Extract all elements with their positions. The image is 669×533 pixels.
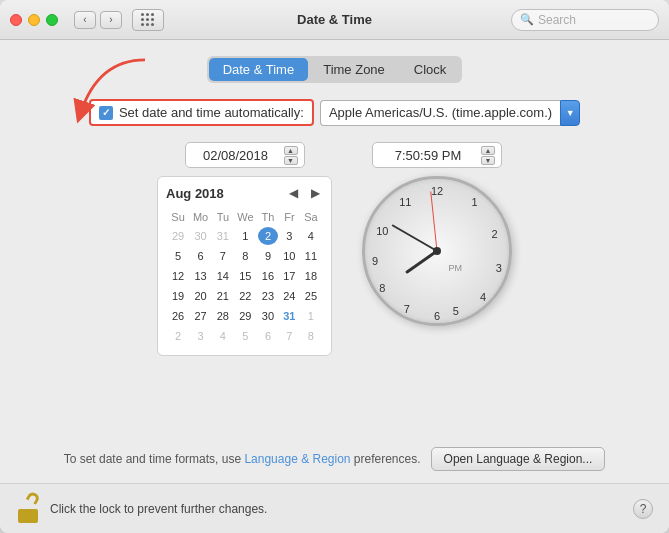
calendar-day[interactable]: 6 [190,247,211,265]
calendar-day[interactable]: 4 [301,227,321,245]
clock-number: 12 [431,185,443,197]
calendar-prev-button[interactable]: ◀ [285,185,301,201]
clock-number: 9 [372,255,378,267]
lock-body [18,509,38,523]
titlebar: ‹ › Date & Time 🔍 Search [0,0,669,40]
red-arrow-annotation [60,54,160,124]
tab-group: Date & Time Time Zone Clock [207,56,463,83]
calendar-day[interactable]: 25 [301,287,321,305]
time-value[interactable]: 7:50:59 PM [379,148,477,163]
calendar-grid: Su Mo Tu We Th Fr Sa 2930311234567891011… [166,207,323,347]
calendar-day[interactable]: 2 [168,327,188,345]
calendar-day[interactable]: 30 [190,227,211,245]
calendar-day[interactable]: 29 [168,227,188,245]
calendar-month-year: Aug 2018 [166,186,224,201]
calendar-day[interactable]: 21 [213,287,233,305]
cal-header-tu: Tu [213,209,233,225]
server-dropdown-wrapper: Apple Americas/U.S. (time.apple.com.) ▼ [320,100,580,126]
calendar-day[interactable]: 8 [301,327,321,345]
calendar-day[interactable]: 23 [258,287,278,305]
clock-number: 6 [434,310,440,322]
calendar-day[interactable]: 13 [190,267,211,285]
calendar-day[interactable]: 18 [301,267,321,285]
calendar-day[interactable]: 1 [235,227,256,245]
calendar-nav: ◀ ▶ [285,185,323,201]
clock-number: 10 [376,225,388,237]
calendar-day[interactable]: 6 [258,327,278,345]
calendar-day[interactable]: 11 [301,247,321,265]
main-area: 02/08/2018 ▲ ▼ Aug 2018 ◀ ▶ [20,142,649,431]
tab-clock[interactable]: Clock [400,58,461,81]
time-stepper-up[interactable]: ▲ [481,146,495,155]
time-stepper-down[interactable]: ▼ [481,156,495,165]
dropdown-arrow-icon: ▼ [566,108,575,118]
cal-header-su: Su [168,209,188,225]
calendar-day[interactable]: 7 [280,327,299,345]
date-stepper-up[interactable]: ▲ [284,146,298,155]
calendar-next-button[interactable]: ▶ [307,185,323,201]
clock-number: 7 [404,303,410,315]
calendar-day[interactable]: 7 [213,247,233,265]
calendar-day[interactable]: 5 [168,247,188,265]
minimize-button[interactable] [28,14,40,26]
date-value[interactable]: 02/08/2018 [192,148,280,163]
calendar-day[interactable]: 5 [235,327,256,345]
second-hand-hand [430,191,437,251]
right-panel: 7:50:59 PM ▲ ▼ 121234567891011PM [362,142,512,431]
calendar-day[interactable]: 4 [213,327,233,345]
calendar-day[interactable]: 19 [168,287,188,305]
calendar-day[interactable]: 28 [213,307,233,325]
calendar-day[interactable]: 26 [168,307,188,325]
calendar-day[interactable]: 14 [213,267,233,285]
calendar-day[interactable]: 16 [258,267,278,285]
tab-date-time[interactable]: Date & Time [209,58,309,81]
search-icon: 🔍 [520,13,534,26]
calendar-day[interactable]: 29 [235,307,256,325]
cal-header-mo: Mo [190,209,211,225]
calendar-day[interactable]: 1 [301,307,321,325]
back-button[interactable]: ‹ [74,11,96,29]
calendar-day[interactable]: 8 [235,247,256,265]
calendar-day[interactable]: 3 [280,227,299,245]
tab-time-zone[interactable]: Time Zone [309,58,399,81]
help-button[interactable]: ? [633,499,653,519]
calendar-day[interactable]: 9 [258,247,278,265]
calendar-day[interactable]: 22 [235,287,256,305]
calendar-day[interactable]: 3 [190,327,211,345]
clock-face: 121234567891011PM [362,176,512,326]
lock-icon[interactable] [16,495,40,523]
clock-number: 5 [453,305,459,317]
calendar-day[interactable]: 20 [190,287,211,305]
open-language-region-button[interactable]: Open Language & Region... [431,447,606,471]
server-field: Apple Americas/U.S. (time.apple.com.) [320,100,560,126]
calendar-day[interactable]: 17 [280,267,299,285]
calendar-day[interactable]: 30 [258,307,278,325]
grid-view-button[interactable] [132,9,164,31]
calendar-day[interactable]: 24 [280,287,299,305]
cal-header-fr: Fr [280,209,299,225]
traffic-lights [10,14,58,26]
forward-button[interactable]: › [100,11,122,29]
footer-link[interactable]: Language & Region [244,452,350,466]
calendar-day[interactable]: 10 [280,247,299,265]
search-box[interactable]: 🔍 Search [511,9,659,31]
calendar-day[interactable]: 31 [213,227,233,245]
left-panel: 02/08/2018 ▲ ▼ Aug 2018 ◀ ▶ [157,142,332,431]
nav-buttons: ‹ › [74,11,122,29]
calendar-day[interactable]: 12 [168,267,188,285]
maximize-button[interactable] [46,14,58,26]
calendar-day[interactable]: 31 [280,307,299,325]
calendar-day[interactable]: 2 [258,227,278,245]
minute-hand-hand [391,224,437,252]
calendar-day[interactable]: 15 [235,267,256,285]
cal-header-we: We [235,209,256,225]
close-button[interactable] [10,14,22,26]
date-stepper-down[interactable]: ▼ [284,156,298,165]
search-placeholder: Search [538,13,576,27]
footer-text: To set date and time formats, use Langua… [64,452,421,466]
server-dropdown-button[interactable]: ▼ [560,100,580,126]
calendar-day[interactable]: 27 [190,307,211,325]
footer-row: To set date and time formats, use Langua… [20,431,649,483]
window: ‹ › Date & Time 🔍 Search Date & Time Tim… [0,0,669,533]
clock-pm-label: PM [449,263,463,273]
